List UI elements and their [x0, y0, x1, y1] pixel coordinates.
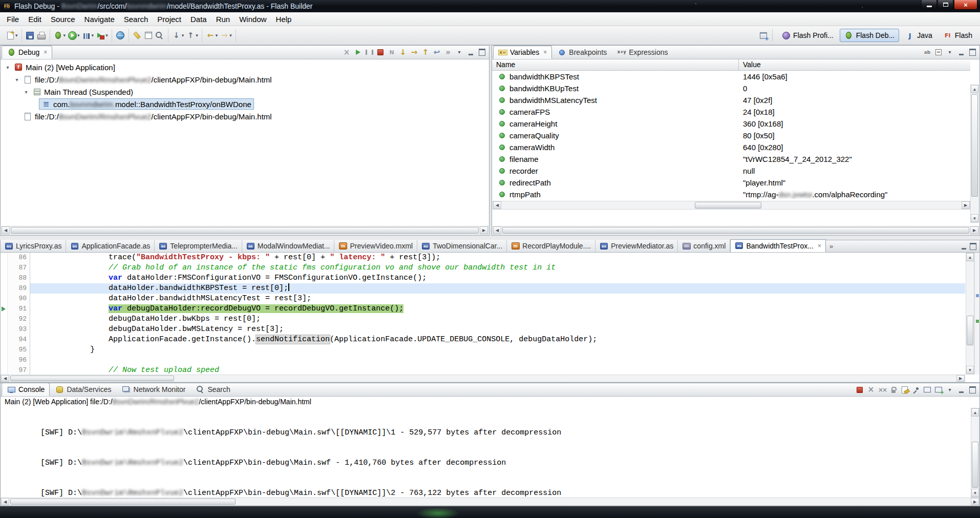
editor-tab[interactable]: PreviewMediator.as × — [595, 240, 678, 252]
menu-item[interactable]: Source — [46, 13, 80, 26]
view-tab[interactable]: Console — [2, 383, 50, 396]
dropdown-arrow-icon[interactable]: ▾ — [63, 33, 66, 38]
tree-expander-icon[interactable]: ▾ — [22, 89, 30, 95]
console-vertical-scrollbar[interactable]: ▲ ▼ — [971, 408, 979, 498]
perspective-button[interactable]: Java — [901, 29, 937, 42]
dropdown-arrow-icon[interactable]: ▾ — [15, 33, 18, 38]
menu-item[interactable]: Project — [153, 13, 186, 26]
remove-launch-icon[interactable] — [866, 385, 876, 395]
variable-row[interactable]: bandwidthMSLatencyTest 47 [0x2f] — [492, 94, 970, 106]
variable-row[interactable]: rtmpPath "rtmp://ag-dsn.jvwtsr.com/alpha… — [492, 189, 970, 200]
code-line[interactable]: 92 debugDataHolder.bwKbps = rest[0]; — [1, 314, 965, 324]
toolbar-button[interactable]: ▾ — [171, 30, 185, 41]
toolbar-button[interactable]: ▾ — [143, 30, 154, 41]
toolbar-button[interactable]: ▾ — [5, 30, 19, 41]
minimize-icon[interactable] — [465, 48, 476, 57]
perspective-button[interactable]: Flash — [939, 29, 977, 42]
variables-outer-scrollbar[interactable]: ◀ ▶ — [493, 226, 979, 235]
column-header-value[interactable]: Value — [739, 59, 970, 70]
scroll-right-icon[interactable]: ▶ — [956, 375, 965, 382]
toolbar-button[interactable]: ▾ — [115, 30, 126, 41]
variable-row[interactable]: cameraQuality 80 [0x50] — [492, 130, 970, 141]
view-tab[interactable]: Expressions × — [612, 46, 673, 59]
scroll-left-icon[interactable]: ◀ — [493, 201, 501, 209]
code-line[interactable]: 88 var dataHolder:FMSConfigurationVO = F… — [1, 273, 965, 283]
minimize-icon[interactable] — [956, 48, 966, 57]
editor-tab[interactable]: TeleprompterMedia... × — [155, 240, 242, 252]
scrollbar-thumb[interactable] — [972, 442, 978, 488]
view-menu-icon[interactable] — [945, 385, 955, 395]
editor-tab[interactable]: ModalWindowMediat... × — [242, 240, 335, 252]
dropdown-arrow-icon[interactable]: ▾ — [196, 33, 198, 38]
menu-item[interactable]: Run — [211, 13, 235, 26]
column-header-name[interactable]: Name — [492, 59, 739, 70]
dropdown-arrow-icon[interactable]: ▾ — [229, 33, 232, 38]
scroll-right-icon[interactable]: ▶ — [480, 226, 488, 234]
view-menu-icon[interactable] — [945, 48, 955, 57]
scroll-left-icon[interactable]: ◀ — [2, 226, 10, 234]
console-horizontal-scrollbar[interactable]: ◀ ▶ — [1, 498, 979, 506]
variable-row[interactable]: cameraHeight 360 [0x168] — [492, 118, 970, 130]
debug-tree-item[interactable]: ▾ Main (2) [Web Application] — [1, 61, 489, 73]
toolbar-button[interactable]: ▾ — [36, 30, 47, 41]
menu-item[interactable]: Edit — [24, 13, 46, 26]
window-close-button[interactable]: × — [954, 0, 977, 10]
scroll-right-icon[interactable]: ▶ — [970, 226, 978, 234]
variable-row[interactable]: bandwidthKBUpTest 0 — [492, 82, 970, 94]
view-tab[interactable]: Variables × — [493, 46, 552, 59]
editor-horizontal-scrollbar[interactable]: ◀ ▶ — [1, 375, 965, 382]
view-tab[interactable]: Network Monitor — [117, 383, 191, 396]
variables-horizontal-scrollbar[interactable]: ◀ ▶ — [493, 201, 970, 210]
variable-row[interactable]: filename "tVrWC12854_7_24_2012_322" — [492, 153, 970, 165]
perspective-button[interactable]: Flash Profi... — [777, 29, 838, 42]
tab-overflow-chevron[interactable]: » — [826, 242, 837, 250]
toolbar-button[interactable]: ▾ — [95, 30, 109, 41]
pin-console-icon[interactable] — [911, 385, 921, 395]
variable-row[interactable]: bandwidthKBPSTest 1446 [0x5a6] — [492, 71, 970, 82]
scroll-right-icon[interactable]: ▶ — [971, 498, 979, 505]
maximize-icon[interactable] — [477, 48, 487, 57]
editor-tab[interactable]: TwoDimensionalCar... × — [417, 240, 507, 252]
overview-annotation[interactable] — [976, 294, 979, 297]
view-tab[interactable]: Search — [190, 383, 235, 396]
editor-tab[interactable]: PreviewVideo.mxml × — [334, 240, 417, 252]
code-line[interactable]: 89 dataHolder.bandwidthKBPSTest = rest[0… — [1, 283, 965, 294]
maximize-icon[interactable] — [968, 242, 977, 251]
scroll-up-icon[interactable]: ▲ — [971, 408, 979, 417]
open-perspective-icon[interactable] — [759, 31, 768, 40]
scrollbar-thumb[interactable] — [695, 202, 761, 209]
tree-expander-icon[interactable]: ▾ — [13, 77, 21, 82]
scrollbar-thumb[interactable] — [971, 94, 978, 197]
view-menu-icon[interactable] — [454, 48, 464, 57]
dropdown-arrow-icon[interactable]: ▾ — [92, 33, 94, 38]
code-line[interactable]: 86 trace("BandwidthTestProxy - kbps: " +… — [1, 253, 965, 263]
maximize-icon[interactable] — [967, 385, 977, 395]
code-line[interactable]: 90 dataHolder.bandwidthMSLatencyTest = r… — [1, 294, 965, 304]
toolbar-button[interactable]: ▾ — [53, 30, 67, 41]
menu-item[interactable]: Data — [186, 13, 211, 26]
terminate-icon[interactable] — [375, 48, 386, 57]
overview-ruler[interactable] — [974, 253, 979, 375]
scroll-down-icon[interactable]: ▼ — [971, 214, 978, 222]
scroll-down-icon[interactable]: ▼ — [971, 489, 979, 497]
editor-tab[interactable]: LyricsProxy.as × — [1, 240, 66, 252]
code-editor[interactable]: 86 trace("BandwidthTestProxy - kbps: " +… — [0, 253, 980, 383]
code-line[interactable]: 97 // Now test upload speed — [1, 365, 965, 375]
clear-console-icon[interactable] — [900, 385, 910, 395]
toolbar-button[interactable]: ▾ — [219, 30, 233, 41]
menu-item[interactable]: Window — [235, 13, 271, 26]
debug-tree-item[interactable]: ▾ file:/D:/BsvnDwrim/RmshxnPlvue2/client… — [1, 73, 489, 86]
variable-row[interactable]: redirectPath "player.html" — [492, 177, 970, 189]
remove-terminated-icon[interactable] — [342, 48, 352, 57]
editor-tab[interactable]: config.xml × — [678, 240, 730, 252]
step-over-icon[interactable] — [409, 48, 419, 57]
minimize-icon[interactable] — [959, 242, 968, 251]
step-filters-icon[interactable] — [443, 48, 453, 57]
collapse-all-icon[interactable] — [933, 48, 944, 57]
debug-horizontal-scrollbar[interactable]: ◀ ▶ — [1, 226, 488, 235]
scroll-up-icon[interactable]: ▲ — [971, 85, 978, 93]
window-minimize-button[interactable] — [921, 0, 937, 10]
editor-tab[interactable]: ApplicationFacade.as × — [66, 240, 155, 252]
console-output[interactable]: [SWF] D:\BsvnDwrim\RmshxnPlvue2\clientAp… — [1, 408, 971, 498]
scrollbar-thumb[interactable] — [502, 227, 969, 234]
